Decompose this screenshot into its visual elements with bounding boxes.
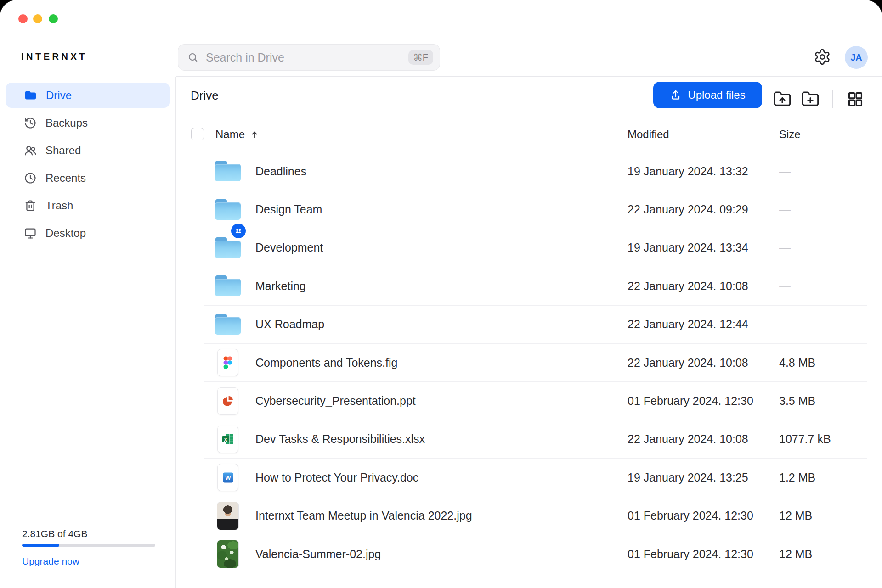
file-size: — — [779, 280, 867, 293]
table-row-xlsx-file[interactable]: X Dev Tasks & Responsibilities.xlsx 22 J… — [204, 420, 867, 459]
file-size: — — [779, 165, 867, 178]
page-title: Drive — [191, 89, 219, 103]
search-shortcut-badge: ⌘F — [408, 50, 433, 65]
shared-badge-icon — [230, 222, 247, 240]
monitor-icon — [24, 227, 37, 240]
sidebar-item-label: Backups — [45, 117, 88, 129]
file-modified: 22 January 2024. 10:08 — [628, 280, 779, 293]
table-row-design-team[interactable]: Design Team 22 January 2024. 09:29 — — [204, 190, 867, 229]
grid-view-icon — [847, 90, 864, 108]
upload-files-label: Upload files — [688, 89, 745, 101]
sidebar-item-label: Shared — [45, 144, 81, 157]
table-row-figma-file[interactable]: Components and Tokens.fig 22 January 202… — [204, 344, 867, 382]
file-name: UX Roadmap — [252, 318, 628, 331]
storage-progress-fill — [22, 544, 59, 547]
figma-file-icon — [217, 349, 238, 376]
file-modified: 22 January 2024. 12:44 — [628, 318, 779, 331]
file-name: How to Protect Your Privacy.doc — [252, 471, 628, 484]
folder-upload-icon — [773, 90, 792, 108]
avatar-initials: JA — [850, 52, 862, 63]
grid-view-button[interactable] — [845, 89, 865, 109]
select-all-checkbox[interactable] — [191, 128, 204, 140]
sort-ascending-icon — [249, 129, 260, 140]
excel-file-icon: X — [217, 426, 238, 453]
sidebar-item-label: Recents — [45, 172, 86, 185]
file-size: 1077.7 kB — [779, 432, 867, 446]
main-content: Drive Upload files Name Modified Size De… — [176, 77, 882, 588]
file-size: — — [779, 203, 867, 216]
column-header-size[interactable]: Size — [779, 128, 801, 141]
file-modified: 19 January 2024. 13:32 — [628, 165, 779, 178]
folder-icon — [24, 89, 37, 102]
table-row-meetup-photo[interactable]: Internxt Team Meetup in Valencia 2022.jp… — [204, 497, 867, 535]
table-row-marketing[interactable]: Marketing 22 January 2024. 10:08 — — [204, 267, 867, 305]
column-header-name[interactable]: Name — [215, 128, 260, 141]
file-modified: 19 January 2024. 13:34 — [628, 241, 779, 254]
table-row-ux-roadmap[interactable]: UX Roadmap 22 January 2024. 12:44 — — [204, 306, 867, 344]
settings-button[interactable] — [813, 48, 831, 66]
search-input[interactable] — [205, 50, 408, 65]
file-name: Valencia-Summer-02.jpg — [252, 548, 628, 561]
file-modified: 22 January 2024. 10:08 — [628, 356, 779, 370]
zoom-window-button[interactable] — [49, 14, 58, 23]
app-window: INTERNXT ⌘F JA Drive Backups Shared — [0, 0, 882, 588]
file-list: Deadlines 19 January 2024. 13:32 — Desig… — [204, 152, 867, 573]
shared-folder-icon — [215, 199, 241, 220]
svg-text:W: W — [225, 474, 231, 481]
table-row-valencia-photo[interactable]: Valencia-Summer-02.jpg 01 February 2024.… — [204, 535, 867, 573]
sidebar: Drive Backups Shared Recents Trash Deskt… — [0, 77, 176, 588]
toolbar-divider — [832, 90, 833, 108]
folder-icon — [215, 161, 241, 182]
column-header-modified[interactable]: Modified — [628, 128, 669, 141]
file-modified: 01 February 2024. 12:30 — [628, 394, 779, 408]
file-name: Internxt Team Meetup in Valencia 2022.jp… — [252, 509, 628, 522]
file-modified: 01 February 2024. 12:30 — [628, 548, 779, 561]
table-row-deadlines[interactable]: Deadlines 19 January 2024. 13:32 — — [204, 152, 867, 190]
users-icon — [24, 144, 37, 157]
upload-files-button[interactable]: Upload files — [653, 82, 762, 108]
folder-plus-icon — [801, 90, 820, 108]
file-name: Deadlines — [252, 165, 628, 178]
new-folder-button[interactable] — [800, 89, 820, 109]
folder-icon — [215, 275, 241, 297]
sidebar-item-label: Drive — [46, 89, 72, 102]
file-size: 3.5 MB — [779, 394, 867, 408]
sidebar-item-trash[interactable]: Trash — [6, 193, 170, 218]
table-row-ppt-file[interactable]: Cybersecurity_Presentation.ppt 01 Februa… — [204, 382, 867, 420]
sidebar-item-shared[interactable]: Shared — [6, 138, 170, 163]
minimize-window-button[interactable] — [33, 14, 42, 23]
sidebar-item-desktop[interactable]: Desktop — [6, 220, 170, 246]
sidebar-item-label: Trash — [45, 199, 73, 212]
storage-usage-label: 2.81GB of 4GB — [22, 528, 155, 539]
file-name: Marketing — [252, 280, 628, 293]
internxt-logo: INTERNXT — [21, 51, 87, 62]
close-window-button[interactable] — [18, 14, 28, 23]
upgrade-link[interactable]: Upgrade now — [22, 556, 155, 567]
file-size: 4.8 MB — [779, 356, 867, 370]
sidebar-item-drive[interactable]: Drive — [6, 83, 170, 108]
file-modified: 19 January 2024. 13:25 — [628, 471, 779, 484]
gear-icon — [814, 48, 831, 66]
file-name: Components and Tokens.fig — [252, 356, 628, 370]
trash-icon — [24, 199, 37, 212]
file-size: — — [779, 241, 867, 254]
search-bar[interactable]: ⌘F — [178, 44, 440, 71]
svg-text:X: X — [224, 437, 227, 442]
file-modified: 22 January 2024. 09:29 — [628, 203, 779, 216]
upload-icon — [670, 89, 682, 101]
image-thumbnail — [217, 540, 239, 568]
sidebar-item-backups[interactable]: Backups — [6, 110, 170, 135]
table-row-development[interactable]: Development 19 January 2024. 13:34 — — [204, 229, 867, 267]
file-size: — — [779, 318, 867, 331]
file-modified: 22 January 2024. 10:08 — [628, 432, 779, 446]
sidebar-item-recents[interactable]: Recents — [6, 165, 170, 190]
folder-icon — [215, 237, 241, 258]
word-file-icon: W — [217, 464, 238, 491]
file-size: 1.2 MB — [779, 471, 867, 484]
folder-icon — [215, 314, 241, 335]
file-name: Cybersecurity_Presentation.ppt — [252, 394, 628, 408]
file-modified: 01 February 2024. 12:30 — [628, 509, 779, 522]
upload-folder-button[interactable] — [772, 89, 792, 109]
table-row-doc-file[interactable]: W How to Protect Your Privacy.doc 19 Jan… — [204, 459, 867, 497]
user-avatar[interactable]: JA — [845, 46, 868, 69]
